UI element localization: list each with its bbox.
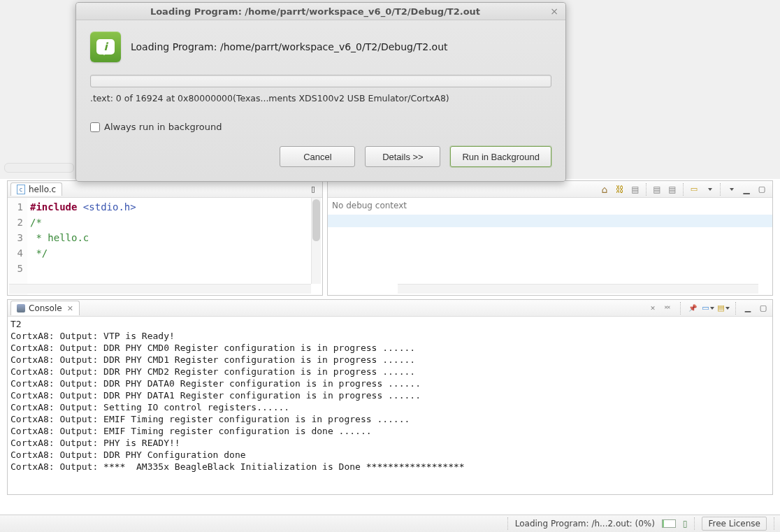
remove-all-launch-icon[interactable]	[662, 302, 674, 315]
run-in-background-button[interactable]: Run in Background	[450, 146, 551, 167]
link-icon[interactable]	[613, 183, 627, 196]
top-scrollbar[interactable]	[4, 163, 74, 173]
pin-icon[interactable]	[686, 302, 699, 315]
c-file-icon: c	[17, 185, 25, 194]
console-minimize-icon[interactable]	[742, 302, 754, 315]
console-pane: Console ✕ T2 CortxA8: Output: VTP is Rea…	[7, 299, 773, 495]
console-icon	[17, 304, 25, 312]
debug-pane: No debug context	[327, 180, 773, 296]
code: #include <stdio.h> /* * hello.c */	[27, 198, 136, 295]
remove-launch-icon[interactable]	[647, 302, 659, 315]
debug-toolbar	[328, 181, 772, 198]
info-icon: i	[90, 31, 121, 62]
console-tab-row: Console ✕	[8, 300, 772, 317]
always-background-checkbox[interactable]	[90, 122, 100, 132]
separator	[683, 183, 684, 196]
editor-vertical-scrollbar[interactable]	[311, 198, 321, 284]
view-menu-icon[interactable]	[724, 183, 738, 196]
editor-tab-hello[interactable]: c hello.c	[10, 182, 62, 196]
selection-highlight	[328, 215, 772, 227]
console-output[interactable]: T2 CortxA8: Output: VTP is Ready! CortxA…	[8, 317, 772, 494]
debug-horizontal-scrollbar[interactable]	[398, 284, 758, 294]
close-icon[interactable]: ×	[549, 6, 560, 17]
separator	[680, 302, 681, 315]
gutter: 1 2 3 4 5	[8, 198, 27, 295]
editor-tab-row: c hello.c ▯	[8, 181, 322, 198]
maximize-icon[interactable]	[755, 183, 769, 196]
status-bar: Loading Program: /h...2.out: (0%) Free L…	[0, 515, 780, 532]
separator	[646, 183, 647, 196]
editor-pane: c hello.c ▯ 1 2 3 4 5 #include <stdio.h>…	[7, 180, 323, 296]
progress-text: .text: 0 of 16924 at 0x80000000(Texas...…	[90, 93, 551, 103]
open-console-icon[interactable]	[717, 302, 730, 315]
details-button[interactable]: Details >>	[365, 146, 440, 167]
console-tab-label: Console	[29, 303, 62, 313]
console-maximize-icon[interactable]	[757, 302, 770, 315]
separator	[694, 517, 695, 530]
separator	[507, 517, 508, 530]
editor-tab-label: hello.c	[29, 185, 56, 194]
status-loading: Loading Program: /h...2.out: (0%)	[515, 519, 655, 529]
editor-horizontal-scrollbar[interactable]	[9, 284, 311, 294]
status-progress-view-icon[interactable]	[683, 519, 688, 529]
editor-partial-tab-icon[interactable]: ▯	[307, 183, 319, 196]
progress-bar	[90, 75, 551, 87]
console-tab[interactable]: Console ✕	[10, 301, 80, 315]
separator	[720, 183, 721, 196]
separator	[735, 302, 736, 315]
cancel-button[interactable]: Cancel	[280, 146, 355, 167]
new-tab-icon[interactable]	[687, 183, 701, 196]
separator	[774, 517, 774, 530]
minimize-icon[interactable]	[739, 183, 753, 196]
loading-dialog: Loading Program: /home/parrt/workspace_v…	[75, 2, 566, 182]
always-background-label[interactable]: Always run in background	[104, 122, 222, 132]
columns-icon[interactable]	[628, 183, 642, 196]
status-progress-mini[interactable]	[662, 519, 676, 528]
view1-icon[interactable]	[650, 183, 664, 196]
dialog-heading: Loading Program: /home/parrt/workspace_v…	[131, 41, 448, 52]
dialog-title: Loading Program: /home/parrt/workspace_v…	[82, 6, 549, 17]
view2-icon[interactable]	[665, 183, 679, 196]
dialog-titlebar[interactable]: Loading Program: /home/parrt/workspace_v…	[76, 3, 565, 20]
display-selected-icon[interactable]	[702, 302, 714, 315]
license-button[interactable]: Free License	[702, 517, 767, 531]
no-debug-label: No debug context	[328, 198, 772, 213]
code-area[interactable]: 1 2 3 4 5 #include <stdio.h> /* * hello.…	[8, 198, 322, 295]
home-icon[interactable]	[598, 183, 612, 196]
dropdown-icon[interactable]	[702, 183, 716, 196]
tab-close-icon[interactable]: ✕	[67, 304, 73, 313]
